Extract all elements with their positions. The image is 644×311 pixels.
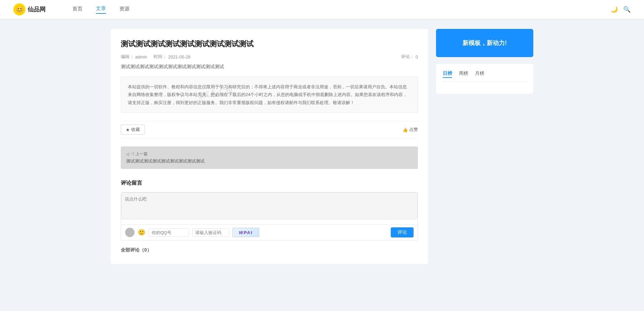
prev-label: ◁ ◁ 上一篇 — [126, 151, 413, 157]
nav-item-首页[interactable]: 首页 — [72, 6, 83, 13]
article-title: 测试测试测试测试测试测试测试测试测试 — [121, 39, 418, 49]
main-nav: 首页文章资源 — [72, 5, 610, 14]
star-icon: ★ — [126, 127, 130, 132]
comment-form-bottom: 🙂 WPAt 评论 — [121, 224, 418, 240]
header: 😊 仙品网 首页文章资源 🌙 🔍 — [0, 0, 644, 19]
logo-text: 仙品网 — [28, 5, 46, 13]
qq-input[interactable] — [149, 228, 189, 237]
search-icon[interactable]: 🔍 — [623, 6, 631, 13]
emoji-icon[interactable]: 🙂 — [138, 229, 145, 236]
action-bar: ★ 收藏 👍 点赞 — [121, 121, 418, 138]
nav-cards: ◁ ◁ 上一篇 测试测试测试测试测试测试测试测试测试 — [121, 146, 418, 169]
all-comments-label: 全部评论（0） — [121, 247, 418, 253]
prev-article-card[interactable]: ◁ ◁ 上一篇 测试测试测试测试测试测试测试测试测试 — [121, 146, 418, 169]
like-button[interactable]: 👍 点赞 — [402, 127, 418, 133]
nav-item-资源[interactable]: 资源 — [119, 6, 129, 13]
collect-button[interactable]: ★ 收藏 — [121, 125, 145, 135]
ranking-tab-周榜[interactable]: 周榜 — [459, 71, 468, 78]
comments-section: 评论留言 🙂 WPAt 评论 全部评论（0） — [121, 180, 418, 253]
content-area: 3KA.CN 测试测试测试测试测试测试测试测试测试 编辑： admin 时间： … — [111, 29, 428, 264]
header-actions: 🌙 🔍 — [610, 6, 631, 13]
prev-icon: ◁ — [126, 152, 129, 157]
avatar-placeholder — [125, 228, 135, 237]
comment-textarea[interactable] — [121, 192, 418, 219]
ranking-card: 日榜周榜月榜 — [436, 64, 533, 94]
dark-mode-icon[interactable]: 🌙 — [610, 6, 618, 13]
sidebar-banner[interactable]: 新模板，新动力! — [436, 29, 533, 57]
article-summary: 测试测试测试测试测试测试测试测试测试测试测试 — [121, 64, 418, 70]
comments-title: 评论留言 — [121, 180, 418, 187]
ranking-tabs: 日榜周榜月榜 — [443, 71, 527, 82]
main-container: 3KA.CN 测试测试测试测试测试测试测试测试测试 编辑： admin 时间： … — [104, 19, 540, 274]
sidebar: 新模板，新动力! 日榜周榜月榜 — [436, 29, 533, 264]
ranking-tab-日榜[interactable]: 日榜 — [443, 71, 452, 78]
captcha-image: WPAt — [232, 228, 259, 237]
meta-editor: 编辑： admin — [121, 54, 147, 60]
comment-form: 🙂 WPAt 评论 — [121, 192, 418, 240]
thumbs-up-icon: 👍 — [402, 127, 408, 132]
captcha-input[interactable] — [192, 228, 229, 237]
meta-comments: 评论： 0 — [401, 54, 418, 60]
submit-comment-button[interactable]: 评论 — [391, 227, 414, 237]
meta-time: 时间： 2021-05-28 — [154, 54, 191, 60]
nav-item-文章[interactable]: 文章 — [96, 5, 106, 14]
ranking-tab-月榜[interactable]: 月榜 — [475, 71, 484, 78]
logo[interactable]: 😊 仙品网 — [13, 3, 46, 15]
article-meta: 编辑： admin 时间： 2021-05-28 评论： 0 — [121, 54, 418, 60]
notice-box: 本站提供的一切软件、教程和内容信息仅限用于学习和研究目的；不得将上述内容用于商业… — [121, 77, 418, 113]
prev-title: 测试测试测试测试测试测试测试测试测试 — [126, 158, 413, 164]
logo-icon: 😊 — [13, 3, 25, 15]
